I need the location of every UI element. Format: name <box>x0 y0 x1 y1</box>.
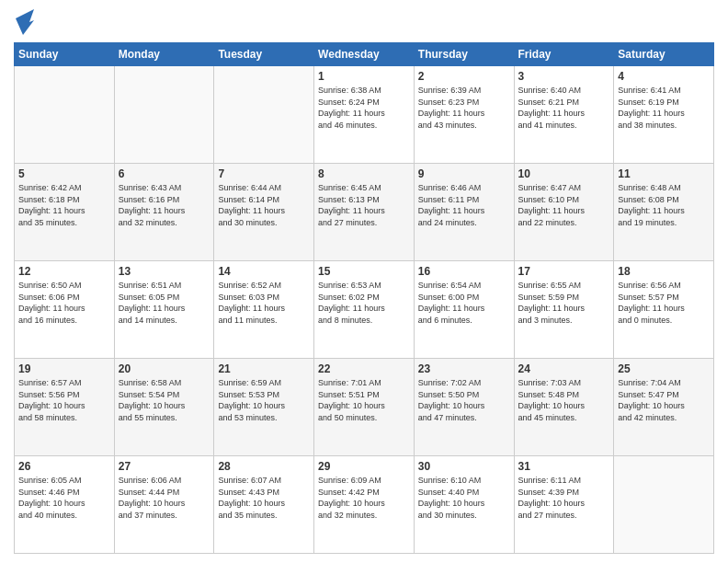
page: Sunday Monday Tuesday Wednesday Thursday… <box>0 0 728 563</box>
calendar-table: Sunday Monday Tuesday Wednesday Thursday… <box>14 42 714 554</box>
day-number: 6 <box>119 167 210 180</box>
table-row: 12Sunrise: 6:50 AMSunset: 6:06 PMDayligh… <box>15 261 115 359</box>
day-number: 21 <box>218 362 310 375</box>
day-number: 28 <box>218 460 310 473</box>
calendar-header-row: Sunday Monday Tuesday Wednesday Thursday… <box>15 43 714 66</box>
table-row: 4Sunrise: 6:41 AMSunset: 6:19 PMDaylight… <box>614 66 714 164</box>
table-row: 2Sunrise: 6:39 AMSunset: 6:23 PMDaylight… <box>414 66 514 164</box>
col-header-sunday: Sunday <box>15 43 115 66</box>
day-info: Sunrise: 6:07 AMSunset: 4:43 PMDaylight:… <box>218 475 310 521</box>
table-row: 31Sunrise: 6:11 AMSunset: 4:39 PMDayligh… <box>514 456 614 554</box>
table-row: 26Sunrise: 6:05 AMSunset: 4:46 PMDayligh… <box>15 456 115 554</box>
day-number: 11 <box>618 167 710 180</box>
table-row: 23Sunrise: 7:02 AMSunset: 5:50 PMDayligh… <box>414 359 514 456</box>
day-info: Sunrise: 6:51 AMSunset: 6:05 PMDaylight:… <box>119 280 210 326</box>
table-row: 10Sunrise: 6:47 AMSunset: 6:10 PMDayligh… <box>514 164 614 261</box>
day-number: 27 <box>119 460 210 473</box>
day-number: 13 <box>119 265 210 278</box>
col-header-thursday: Thursday <box>414 43 514 66</box>
header <box>14 9 714 35</box>
table-row <box>114 66 214 164</box>
calendar-week-row: 1Sunrise: 6:38 AMSunset: 6:24 PMDaylight… <box>15 66 714 164</box>
table-row: 14Sunrise: 6:52 AMSunset: 6:03 PMDayligh… <box>214 261 314 359</box>
table-row: 18Sunrise: 6:56 AMSunset: 5:57 PMDayligh… <box>614 261 714 359</box>
day-number: 10 <box>518 167 610 180</box>
day-info: Sunrise: 6:58 AMSunset: 5:54 PMDaylight:… <box>119 377 210 423</box>
day-number: 30 <box>418 460 510 473</box>
day-number: 29 <box>318 460 410 473</box>
table-row: 20Sunrise: 6:58 AMSunset: 5:54 PMDayligh… <box>114 359 214 456</box>
table-row <box>15 66 115 164</box>
table-row: 24Sunrise: 7:03 AMSunset: 5:48 PMDayligh… <box>514 359 614 456</box>
table-row: 9Sunrise: 6:46 AMSunset: 6:11 PMDaylight… <box>414 164 514 261</box>
table-row <box>614 456 714 554</box>
day-number: 23 <box>418 362 510 375</box>
day-info: Sunrise: 6:50 AMSunset: 6:06 PMDaylight:… <box>18 280 110 326</box>
table-row: 3Sunrise: 6:40 AMSunset: 6:21 PMDaylight… <box>514 66 614 164</box>
day-info: Sunrise: 7:04 AMSunset: 5:47 PMDaylight:… <box>618 377 710 423</box>
day-info: Sunrise: 6:46 AMSunset: 6:11 PMDaylight:… <box>418 182 510 228</box>
day-info: Sunrise: 6:48 AMSunset: 6:08 PMDaylight:… <box>618 182 710 228</box>
table-row: 29Sunrise: 6:09 AMSunset: 4:42 PMDayligh… <box>314 456 415 554</box>
table-row: 30Sunrise: 6:10 AMSunset: 4:40 PMDayligh… <box>414 456 514 554</box>
day-number: 26 <box>18 460 110 473</box>
day-number: 8 <box>318 167 410 180</box>
col-header-friday: Friday <box>514 43 614 66</box>
table-row: 11Sunrise: 6:48 AMSunset: 6:08 PMDayligh… <box>614 164 714 261</box>
table-row: 21Sunrise: 6:59 AMSunset: 5:53 PMDayligh… <box>214 359 314 456</box>
day-info: Sunrise: 6:43 AMSunset: 6:16 PMDaylight:… <box>119 182 210 228</box>
col-header-saturday: Saturday <box>614 43 714 66</box>
day-number: 20 <box>119 362 210 375</box>
day-info: Sunrise: 6:09 AMSunset: 4:42 PMDaylight:… <box>318 475 410 521</box>
day-number: 17 <box>518 265 610 278</box>
col-header-monday: Monday <box>114 43 214 66</box>
table-row: 28Sunrise: 6:07 AMSunset: 4:43 PMDayligh… <box>214 456 314 554</box>
calendar-week-row: 26Sunrise: 6:05 AMSunset: 4:46 PMDayligh… <box>15 456 714 554</box>
table-row: 8Sunrise: 6:45 AMSunset: 6:13 PMDaylight… <box>314 164 415 261</box>
table-row: 17Sunrise: 6:55 AMSunset: 5:59 PMDayligh… <box>514 261 614 359</box>
day-number: 1 <box>318 70 410 83</box>
day-info: Sunrise: 6:41 AMSunset: 6:19 PMDaylight:… <box>618 85 710 131</box>
col-header-tuesday: Tuesday <box>214 43 314 66</box>
table-row: 13Sunrise: 6:51 AMSunset: 6:05 PMDayligh… <box>114 261 214 359</box>
col-header-wednesday: Wednesday <box>314 43 415 66</box>
day-info: Sunrise: 6:59 AMSunset: 5:53 PMDaylight:… <box>218 377 310 423</box>
day-info: Sunrise: 6:47 AMSunset: 6:10 PMDaylight:… <box>518 182 610 228</box>
table-row: 16Sunrise: 6:54 AMSunset: 6:00 PMDayligh… <box>414 261 514 359</box>
day-info: Sunrise: 6:05 AMSunset: 4:46 PMDaylight:… <box>18 475 110 521</box>
table-row: 1Sunrise: 6:38 AMSunset: 6:24 PMDaylight… <box>314 66 415 164</box>
day-number: 2 <box>418 70 510 83</box>
day-info: Sunrise: 6:54 AMSunset: 6:00 PMDaylight:… <box>418 280 510 326</box>
table-row: 7Sunrise: 6:44 AMSunset: 6:14 PMDaylight… <box>214 164 314 261</box>
day-info: Sunrise: 6:56 AMSunset: 5:57 PMDaylight:… <box>618 280 710 326</box>
logo-bird-icon <box>16 9 34 35</box>
table-row: 6Sunrise: 6:43 AMSunset: 6:16 PMDaylight… <box>114 164 214 261</box>
day-number: 31 <box>518 460 610 473</box>
day-info: Sunrise: 6:42 AMSunset: 6:18 PMDaylight:… <box>18 182 110 228</box>
day-info: Sunrise: 6:11 AMSunset: 4:39 PMDaylight:… <box>518 475 610 521</box>
calendar-week-row: 12Sunrise: 6:50 AMSunset: 6:06 PMDayligh… <box>15 261 714 359</box>
day-info: Sunrise: 6:06 AMSunset: 4:44 PMDaylight:… <box>119 475 210 521</box>
day-number: 18 <box>618 265 710 278</box>
day-number: 4 <box>618 70 710 83</box>
day-info: Sunrise: 6:44 AMSunset: 6:14 PMDaylight:… <box>218 182 310 228</box>
table-row: 15Sunrise: 6:53 AMSunset: 6:02 PMDayligh… <box>314 261 415 359</box>
calendar-week-row: 19Sunrise: 6:57 AMSunset: 5:56 PMDayligh… <box>15 359 714 456</box>
table-row: 19Sunrise: 6:57 AMSunset: 5:56 PMDayligh… <box>15 359 115 456</box>
day-number: 9 <box>418 167 510 180</box>
day-info: Sunrise: 6:40 AMSunset: 6:21 PMDaylight:… <box>518 85 610 131</box>
day-number: 7 <box>218 167 310 180</box>
day-info: Sunrise: 6:52 AMSunset: 6:03 PMDaylight:… <box>218 280 310 326</box>
day-info: Sunrise: 6:39 AMSunset: 6:23 PMDaylight:… <box>418 85 510 131</box>
logo-text-block <box>14 9 34 35</box>
day-number: 5 <box>18 167 110 180</box>
table-row: 22Sunrise: 7:01 AMSunset: 5:51 PMDayligh… <box>314 359 415 456</box>
day-info: Sunrise: 6:55 AMSunset: 5:59 PMDaylight:… <box>518 280 610 326</box>
day-number: 12 <box>18 265 110 278</box>
day-info: Sunrise: 7:02 AMSunset: 5:50 PMDaylight:… <box>418 377 510 423</box>
svg-marker-0 <box>16 9 34 35</box>
day-info: Sunrise: 6:10 AMSunset: 4:40 PMDaylight:… <box>418 475 510 521</box>
day-info: Sunrise: 7:01 AMSunset: 5:51 PMDaylight:… <box>318 377 410 423</box>
day-info: Sunrise: 7:03 AMSunset: 5:48 PMDaylight:… <box>518 377 610 423</box>
table-row <box>214 66 314 164</box>
